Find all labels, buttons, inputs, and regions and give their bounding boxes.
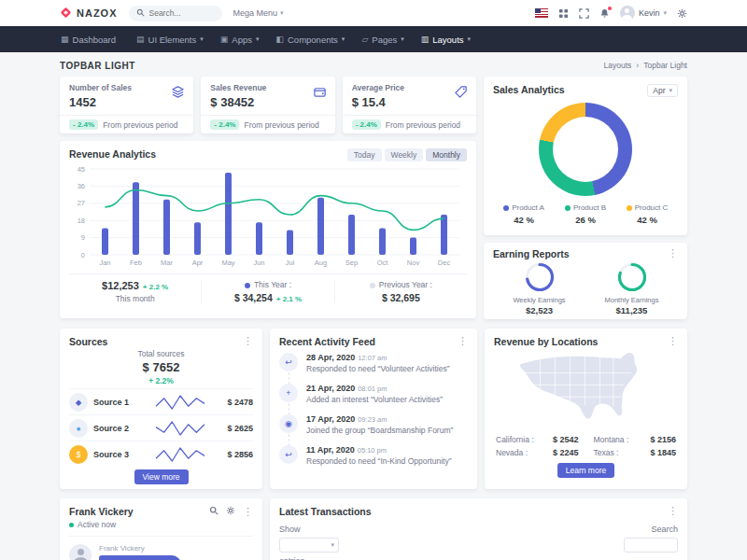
source-sparkline-chart	[138, 419, 221, 438]
nav-item-dashboard[interactable]: ▦ Dashboard	[52, 26, 128, 52]
table-search-input[interactable]	[624, 538, 678, 553]
svg-text:36: 36	[78, 182, 85, 190]
group-icon: ◉	[279, 414, 298, 433]
view-more-button[interactable]: View more	[134, 469, 189, 484]
card-title: Recent Activity Feed	[279, 336, 375, 347]
svg-text:27: 27	[78, 199, 85, 207]
stat-card-average-price: Average Price $ 15.4 - 2.4% From previou…	[343, 77, 476, 133]
delta-badge: - 2.4%	[69, 119, 98, 130]
nav-item-apps[interactable]: ▣ Apps ▾	[212, 26, 268, 52]
card-title: Earning Reports	[493, 248, 570, 259]
earning-reports-card: Earning Reports ⋮ Weekly Earnings $2,523…	[484, 243, 687, 319]
nav-item-layouts[interactable]: ▥ Layouts ▾	[413, 26, 479, 52]
chat-card: Frank Vickery Active now ⋮	[60, 498, 262, 560]
legend-dot	[245, 283, 250, 288]
user-name: Kevin	[639, 8, 660, 18]
svg-text:Apr: Apr	[192, 259, 204, 267]
activity-item: ◉ 17 Apr, 202009:23 am Joined the group …	[279, 414, 468, 445]
brand[interactable]: NAZOX	[60, 7, 118, 21]
layouts-icon: ▥	[421, 35, 430, 44]
chevron-down-icon: ▾	[256, 35, 260, 43]
source-icon: ◆	[69, 393, 88, 412]
breadcrumb: Layouts › Topbar Light	[604, 61, 687, 70]
reply-icon: ↩	[279, 445, 298, 464]
layers-icon	[171, 85, 185, 101]
kebab-menu-icon[interactable]: ⋮	[668, 336, 678, 345]
legend-product-b: Product B 26 %	[555, 203, 616, 225]
today-button[interactable]: Today	[347, 148, 382, 161]
recent-activity-feed-card: Recent Activity Feed ⋮ ↩ 28 Apr, 202012:…	[270, 329, 477, 489]
location-row: Montana : $ 2156	[594, 435, 677, 444]
revenue-analytics-card: Revenue Analytics Today Weekly Monthly 0…	[60, 141, 476, 318]
plus-icon: +	[279, 384, 298, 402]
svg-text:9: 9	[81, 233, 85, 242]
card-title: Sources	[69, 336, 107, 347]
gear-icon[interactable]	[226, 506, 235, 517]
entries-control: Show ▾ entries	[279, 525, 339, 560]
revenue-summary-previous-year: Previous Year : $ 32,695	[334, 280, 467, 303]
chevron-down-icon: ▾	[200, 35, 204, 43]
notification-dot	[608, 7, 612, 10]
chevron-down-icon: ▾	[468, 35, 472, 43]
activity-item: ↩ 11 Apr, 202005:10 pm Responded to need…	[279, 445, 468, 476]
kebab-menu-icon[interactable]: ⋮	[243, 507, 253, 516]
kebab-menu-icon[interactable]: ⋮	[243, 336, 253, 345]
breadcrumb-parent[interactable]: Layouts	[604, 61, 632, 70]
svg-text:Feb: Feb	[130, 259, 142, 267]
user-menu[interactable]: Kevin ▾	[620, 6, 667, 21]
nav-item-ui-elements[interactable]: ▤ UI Elements ▾	[128, 26, 212, 52]
search-input[interactable]	[149, 8, 217, 18]
legend-dot	[565, 205, 571, 211]
chat-status: Active now	[69, 520, 134, 529]
chat-user-name: Frank Vickery	[69, 506, 134, 517]
bell-icon[interactable]	[599, 8, 610, 19]
revenue-combo-chart: 0918273645JanFebMarAprMayJunJulAugSepOct…	[69, 163, 467, 270]
activity-item: ↩ 28 Apr, 202012:07 am Responded to need…	[279, 353, 468, 384]
svg-text:Jul: Jul	[286, 259, 295, 267]
usa-map	[494, 349, 678, 431]
search-icon[interactable]	[209, 506, 218, 517]
tag-icon	[454, 85, 468, 101]
breadcrumb-current: Topbar Light	[643, 61, 687, 70]
reply-icon: ↩	[279, 353, 298, 371]
kebab-menu-icon[interactable]: ⋮	[458, 336, 468, 345]
card-title: Revenue by Locations	[494, 336, 598, 347]
fullscreen-icon[interactable]	[579, 8, 589, 19]
period-select[interactable]: Apr ▾	[647, 84, 678, 97]
gear-icon[interactable]	[677, 8, 687, 19]
svg-text:Dec: Dec	[438, 259, 451, 267]
apps-grid-icon[interactable]	[558, 8, 569, 19]
pages-icon: ▱	[361, 35, 368, 44]
nav-item-pages[interactable]: ▱ Pages ▾	[353, 26, 412, 52]
nav-item-components[interactable]: ◧ Components ▾	[267, 26, 353, 52]
card-title: Revenue Analytics	[69, 148, 156, 160]
legend-dot	[627, 205, 632, 211]
stat-card-sales-revenue: Sales Revenue $ 38452 - 2.4% From previo…	[201, 77, 334, 133]
weekly-button[interactable]: Weekly	[385, 148, 424, 161]
kebab-menu-icon[interactable]: ⋮	[668, 506, 678, 515]
topbar: NAZOX Mega Menu ▾ Kevin ▾	[0, 0, 747, 26]
card-title: Latest Transactions	[279, 506, 372, 517]
monthly-button[interactable]: Monthly	[426, 148, 467, 161]
svg-text:Aug: Aug	[315, 259, 327, 267]
chevron-down-icon: ▾	[401, 35, 404, 43]
brand-name: NAZOX	[77, 7, 118, 19]
global-search[interactable]	[129, 6, 222, 21]
kebab-menu-icon[interactable]: ⋮	[668, 248, 678, 258]
language-flag-icon[interactable]	[535, 8, 548, 18]
learn-more-button[interactable]: Learn more	[557, 463, 614, 478]
card-title: Sales Analytics	[493, 84, 565, 95]
wallet-icon	[313, 85, 327, 101]
revenue-by-locations-card: Revenue by Locations ⋮ California : $ 25…	[485, 329, 687, 489]
entries-select[interactable]: ▾	[279, 538, 339, 553]
monthly-earnings-radial-chart	[616, 261, 648, 293]
svg-text:Sep: Sep	[345, 259, 358, 267]
chevron-down-icon: ▾	[342, 35, 345, 43]
activity-item: + 21 Apr, 202008:01 pm Added an interest…	[279, 384, 468, 414]
avatar	[69, 544, 92, 560]
mega-menu-button[interactable]: Mega Menu ▾	[233, 8, 284, 18]
chevron-down-icon: ▾	[280, 9, 284, 17]
source-sparkline-chart	[138, 445, 221, 464]
apps-icon: ▣	[220, 35, 229, 44]
brand-logo-icon	[60, 7, 72, 21]
